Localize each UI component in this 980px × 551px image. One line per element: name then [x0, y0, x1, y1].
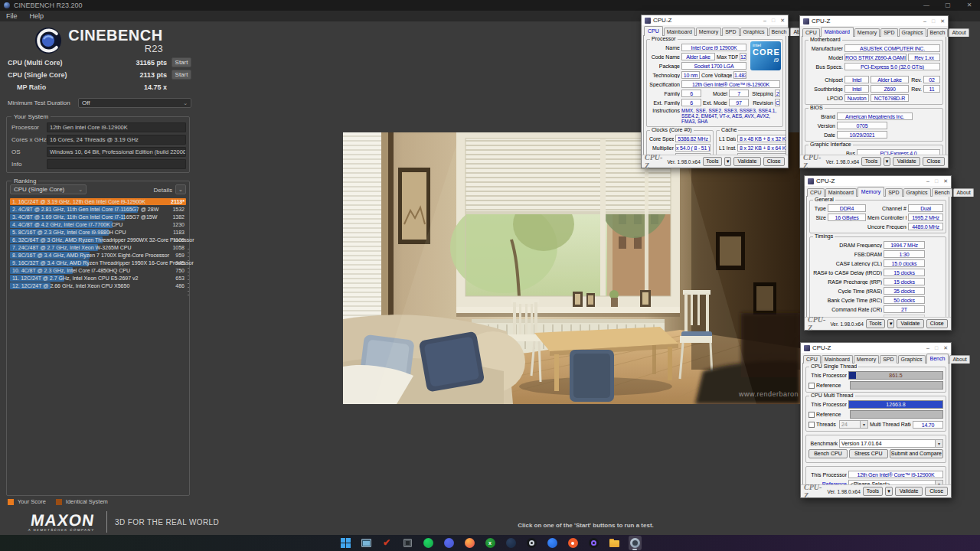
- tab-mainboard[interactable]: Mainboard: [822, 355, 853, 364]
- lens-app-icon[interactable]: [587, 536, 600, 550]
- close-button[interactable]: Close: [926, 319, 949, 328]
- firefox-icon[interactable]: [463, 536, 476, 550]
- red-check-app-icon[interactable]: ✔: [381, 536, 394, 550]
- tab-cpu[interactable]: CPU: [802, 28, 820, 37]
- ranking-row[interactable]: 7. 24C/48T @ 2.7 GHz, Intel Xeon W-3265M…: [10, 244, 186, 251]
- orange-app-icon[interactable]: [567, 536, 580, 550]
- tools-button[interactable]: Tools: [866, 319, 885, 328]
- tools-button[interactable]: Tools: [863, 487, 883, 496]
- maximize-button[interactable]: □: [935, 176, 938, 186]
- blue-app-icon[interactable]: [546, 536, 559, 550]
- tools-dropdown-button[interactable]: ▾: [724, 157, 731, 166]
- tab-bench[interactable]: Bench: [927, 28, 949, 37]
- cpuz-title-bar[interactable]: CPU-Z–□✕: [642, 15, 788, 25]
- tab-bench[interactable]: Bench: [769, 28, 790, 36]
- minimize-button[interactable]: –: [923, 16, 926, 26]
- ranking-row[interactable]: 2. 4C/8T @ 2.81 GHz, 11th Gen Intel Core…: [10, 206, 186, 213]
- tab-about[interactable]: About: [949, 355, 969, 364]
- cpuz-title-bar[interactable]: CPU-Z–□✕: [801, 343, 951, 353]
- checkbox[interactable]: [808, 383, 815, 389]
- ranking-row[interactable]: 1. 16C/24T @ 3.19 GHz, 12th Gen Intel Co…: [10, 198, 186, 205]
- system-monitor-app-icon[interactable]: [360, 536, 373, 550]
- validate-button[interactable]: Validate: [897, 319, 923, 328]
- ranking-row[interactable]: 4. 4C/8T @ 4.2 GHz, Intel Core i7-7700K …: [10, 221, 186, 228]
- ring-app-icon[interactable]: [525, 536, 538, 550]
- maximize-button[interactable]: ▢: [937, 0, 959, 11]
- tab-spd[interactable]: SPD: [880, 28, 897, 37]
- ranking-row[interactable]: 5. 8C/16T @ 2.3 GHz, Intel Core i9-9880H…: [10, 229, 186, 236]
- ranking-row[interactable]: 3. 4C/8T @ 1.69 GHz, 11th Gen Intel Core…: [10, 214, 186, 220]
- tab-graphics[interactable]: Graphics: [898, 355, 926, 364]
- tools-button[interactable]: Tools: [861, 157, 881, 166]
- tab-bench[interactable]: Bench: [926, 354, 949, 364]
- tools-dropdown-button[interactable]: ▾: [885, 487, 893, 496]
- close-button[interactable]: Close: [925, 487, 948, 496]
- menu-help[interactable]: Help: [30, 12, 44, 20]
- tab-spd[interactable]: SPD: [885, 188, 902, 197]
- tab-bench[interactable]: Bench: [932, 188, 953, 197]
- close-button[interactable]: ✕: [943, 176, 948, 186]
- xbox-icon[interactable]: x: [484, 536, 497, 550]
- tab-graphics[interactable]: Graphics: [740, 28, 768, 36]
- tools-button[interactable]: Tools: [703, 157, 722, 166]
- ranking-row[interactable]: 12. 12C/24T @ 2.66 GHz, Intel Xeon CPU X…: [10, 282, 186, 289]
- ranking-row[interactable]: 9. 16C/32T @ 3.4 GHz, AMD Ryzen Threadri…: [10, 259, 186, 266]
- cpuz-title-bar[interactable]: CPU-Z–□✕: [800, 16, 948, 26]
- close-button[interactable]: ✕: [780, 15, 785, 25]
- close-button[interactable]: Close: [763, 157, 786, 166]
- minimize-button[interactable]: —: [916, 0, 937, 11]
- close-button[interactable]: ✕: [943, 343, 948, 353]
- tab-cpu[interactable]: CPU: [807, 188, 825, 197]
- tab-cpu[interactable]: CPU: [803, 355, 821, 364]
- cinebench-icon[interactable]: [629, 536, 642, 550]
- stress-cpu-button[interactable]: Stress CPU: [849, 449, 888, 458]
- 24-dropdown[interactable]: 24▾: [839, 420, 868, 429]
- tab-about[interactable]: About: [949, 28, 969, 37]
- validate-button[interactable]: Validate: [893, 157, 920, 166]
- tab-memory[interactable]: Memory: [858, 187, 884, 197]
- checkbox[interactable]: [808, 422, 815, 428]
- tab-about[interactable]: About: [953, 188, 973, 197]
- tab-memory[interactable]: Memory: [854, 28, 880, 37]
- tab-mainboard[interactable]: Mainboard: [825, 188, 857, 197]
- close-button[interactable]: ✕: [940, 16, 945, 26]
- ranking-row[interactable]: 6. 32C/64T @ 3 GHz, AMD Ryzen Threadripp…: [10, 236, 186, 243]
- bench-cpu-button[interactable]: Bench CPU: [808, 449, 848, 458]
- cpu-z-app-icon[interactable]: [401, 536, 414, 550]
- multi-core-start-button[interactable]: Start: [172, 57, 191, 67]
- tab-cpu[interactable]: CPU: [644, 26, 663, 36]
- tab-mainboard[interactable]: Mainboard: [821, 27, 854, 37]
- tab-graphics[interactable]: Graphics: [903, 188, 931, 197]
- maximize-button[interactable]: □: [932, 16, 935, 26]
- single-core-start-button[interactable]: Start: [172, 70, 191, 80]
- title-bar[interactable]: CINEBENCH R23.200 — ▢ ✕: [0, 0, 980, 11]
- file-explorer-icon[interactable]: [608, 536, 621, 550]
- start-icon[interactable]: [339, 536, 352, 550]
- version-17-01-64-dropdown[interactable]: Version 17.01.64▾: [839, 439, 943, 448]
- validate-button[interactable]: Validate: [895, 487, 923, 496]
- tab-spd[interactable]: SPD: [722, 28, 739, 36]
- tab-mainboard[interactable]: Mainboard: [664, 28, 695, 36]
- maximize-button[interactable]: □: [772, 15, 775, 25]
- min-test-duration-select[interactable]: Off ⌄: [78, 98, 191, 108]
- tools-dropdown-button[interactable]: ▾: [887, 319, 894, 328]
- checkbox[interactable]: [808, 412, 815, 418]
- ranking-row[interactable]: 10. 4C/8T @ 2.3 GHz, Intel Core i7-4850H…: [10, 267, 186, 274]
- minimize-button[interactable]: –: [926, 176, 929, 186]
- tab-spd[interactable]: SPD: [880, 355, 897, 364]
- ranking-row[interactable]: 11. 12C/24T @ 2.7 GHz, Intel Xeon CPU E5…: [10, 275, 186, 282]
- close-button[interactable]: Close: [923, 157, 945, 166]
- cpuz-title-bar[interactable]: CPU-Z–□✕: [805, 176, 951, 186]
- maximize-button[interactable]: □: [935, 343, 938, 353]
- ranking-filter-select[interactable]: CPU (Single Core) ⌄: [10, 184, 87, 194]
- details-toggle-button[interactable]: ⌄: [175, 184, 186, 194]
- close-button[interactable]: ✕: [959, 0, 980, 11]
- tab-graphics[interactable]: Graphics: [899, 28, 926, 37]
- discord-icon[interactable]: [443, 536, 456, 550]
- tab-memory[interactable]: Memory: [696, 28, 721, 36]
- spotify-icon[interactable]: [422, 536, 435, 550]
- steam-icon[interactable]: [505, 536, 518, 550]
- validate-button[interactable]: Validate: [733, 157, 760, 166]
- minimize-button[interactable]: –: [926, 343, 929, 353]
- tab-memory[interactable]: Memory: [854, 355, 879, 364]
